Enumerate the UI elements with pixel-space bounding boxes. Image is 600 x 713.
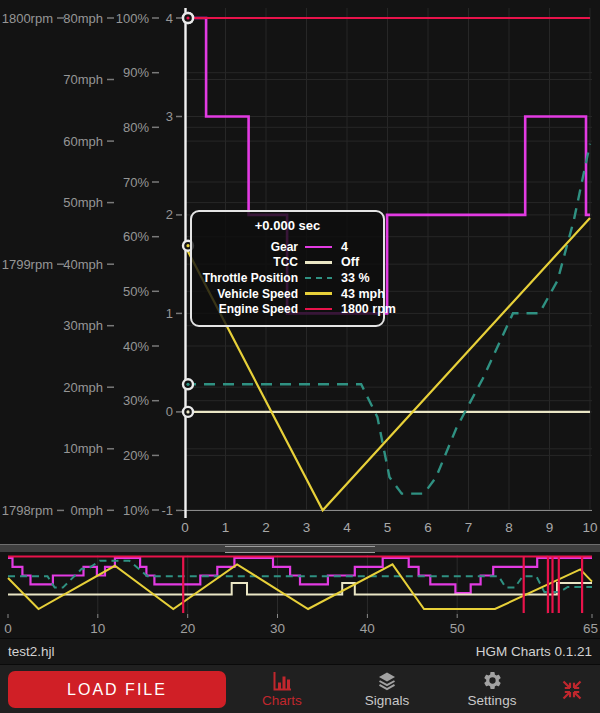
overview-chart-panel: 0102030405065: [0, 552, 600, 638]
overview-x-tick-label: 50: [450, 621, 465, 636]
percent-tick-label: 100%: [116, 11, 150, 26]
tooltip-row-throttle: Throttle Position 33 %: [200, 270, 375, 286]
collapse-arrows-icon: [560, 678, 584, 702]
overview-x-tick-label: 0: [4, 621, 12, 636]
status-bar: test2.hjl HGM Charts 0.1.21: [0, 638, 600, 664]
engine-line-swatch: [305, 308, 332, 311]
tab-settings[interactable]: Settings: [452, 670, 532, 710]
tooltip-value: 1800 rpm: [334, 302, 396, 316]
mph-tick-label: 80mph: [63, 11, 103, 26]
overview-x-tick-label: 30: [270, 621, 285, 636]
percent-tick-label: 60%: [123, 229, 149, 244]
tooltip-time: +0.000 sec: [200, 218, 375, 233]
tooltip-value: Off: [334, 255, 375, 269]
tcc-line-swatch: [305, 261, 332, 264]
tooltip-row-tcc: TCC Off: [200, 255, 375, 271]
mph-tick-label: 60mph: [63, 134, 103, 149]
mph-tick-label: 30mph: [63, 318, 103, 333]
x-tick-label: 5: [384, 520, 392, 535]
overview-x-tick-label: 65: [583, 621, 598, 636]
gear-icon: [482, 670, 503, 691]
speed-line-swatch: [305, 292, 332, 295]
percent-tick-label: 10%: [123, 503, 149, 518]
gear-tick-label: 2: [166, 207, 173, 222]
tooltip-row-speed: Vehicle Speed 43 mph: [200, 286, 375, 302]
overview-series-vehicle-speed: [8, 564, 592, 609]
bar-chart-icon: [271, 670, 293, 691]
mph-tick-label: 70mph: [63, 72, 103, 87]
x-tick-label: 4: [343, 520, 351, 535]
cursor-tooltip: +0.000 sec Gear 4 TCC Off Throttle Posit…: [190, 210, 385, 327]
chart-splitter-handle[interactable]: [0, 544, 600, 552]
gear-line-swatch: [305, 246, 332, 249]
mph-tick-label: 20mph: [63, 380, 103, 395]
rpm-tick-label: 1798rpm: [2, 503, 53, 518]
percent-tick-label: 30%: [123, 393, 149, 408]
tooltip-label: Throttle Position: [200, 271, 298, 285]
x-tick-label: 8: [505, 520, 513, 535]
percent-tick-label: 80%: [123, 120, 149, 135]
layers-icon: [376, 670, 398, 691]
main-chart-panel: 1800rpm1799rpm1798rpm80mph70mph60mph50mp…: [0, 0, 600, 544]
tooltip-row-engine: Engine Speed 1800 rpm: [200, 301, 375, 317]
gear-tick-label: 1: [166, 306, 173, 321]
x-tick-label: 10: [582, 520, 597, 535]
tab-signals[interactable]: Signals: [347, 670, 427, 710]
overview-chart-canvas[interactable]: 0102030405065: [0, 552, 600, 638]
tab-charts-label: Charts: [262, 693, 302, 708]
percent-tick-label: 70%: [123, 175, 149, 190]
bottom-toolbar: LOAD FILE Charts Signals: [0, 664, 600, 713]
tooltip-value: 4: [334, 240, 375, 254]
tooltip-row-gear: Gear 4: [200, 239, 375, 255]
x-tick-label: 7: [465, 520, 473, 535]
app-version: HGM Charts 0.1.21: [476, 644, 592, 659]
percent-tick-label: 90%: [123, 65, 149, 80]
mph-tick-label: 10mph: [63, 441, 103, 456]
tooltip-label: TCC: [200, 255, 298, 269]
tab-settings-label: Settings: [468, 693, 517, 708]
rpm-tick-label: 1800rpm: [2, 11, 53, 26]
tab-charts[interactable]: Charts: [242, 670, 322, 710]
mph-tick-label: 50mph: [63, 195, 103, 210]
x-tick-label: 0: [181, 520, 189, 535]
gear-tick-label: 4: [166, 11, 173, 26]
tab-signals-label: Signals: [365, 693, 409, 708]
tooltip-value: 33 %: [334, 271, 375, 285]
hgm-charts-app: 1800rpm1799rpm1798rpm80mph70mph60mph50mp…: [0, 0, 600, 713]
x-tick-label: 3: [303, 520, 311, 535]
x-tick-label: 2: [262, 520, 270, 535]
gear-tick-label: -1: [161, 503, 173, 518]
tooltip-label: Engine Speed: [200, 302, 298, 316]
gear-tick-label: 0: [166, 404, 173, 419]
throttle-line-swatch: [305, 277, 332, 280]
tooltip-value: 43 mph: [334, 287, 385, 301]
percent-tick-label: 40%: [123, 339, 149, 354]
x-tick-label: 6: [424, 520, 432, 535]
percent-tick-label: 50%: [123, 284, 149, 299]
tooltip-label: Gear: [200, 240, 298, 254]
overview-x-tick-label: 10: [90, 621, 105, 636]
overview-x-tick-label: 40: [360, 621, 375, 636]
percent-tick-label: 20%: [123, 448, 149, 463]
overview-series: [8, 557, 592, 614]
tooltip-label: Vehicle Speed: [200, 287, 298, 301]
x-tick-label: 1: [222, 520, 230, 535]
gear-tick-label: 3: [166, 109, 173, 124]
overview-x-tick-label: 20: [180, 621, 195, 636]
x-tick-label: 9: [546, 520, 554, 535]
mph-tick-label: 40mph: [63, 257, 103, 272]
mph-tick-label: 0mph: [70, 503, 103, 518]
load-file-button[interactable]: LOAD FILE: [8, 671, 226, 708]
rpm-tick-label: 1799rpm: [2, 257, 53, 272]
collapse-panel-button[interactable]: [560, 678, 584, 702]
loaded-filename: test2.hjl: [8, 644, 55, 659]
